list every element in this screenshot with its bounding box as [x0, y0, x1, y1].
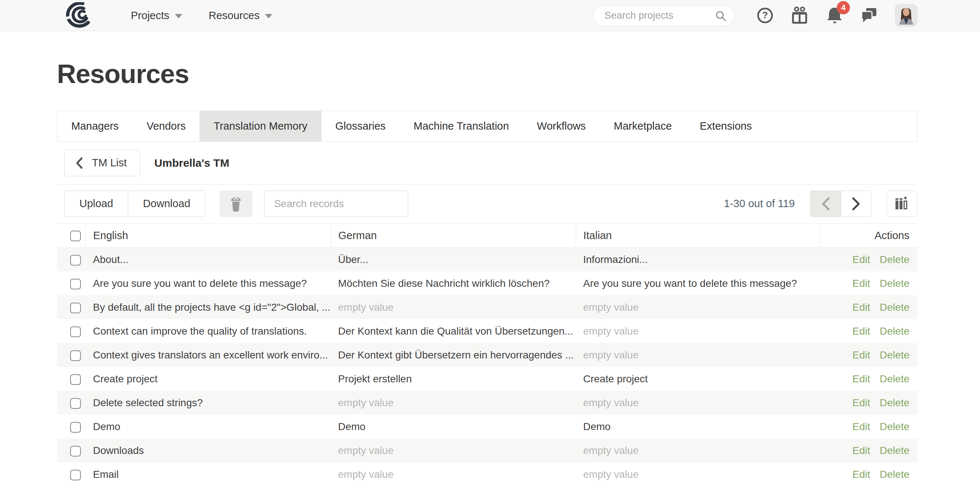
- english-cell: Demo: [93, 421, 121, 432]
- gift-icon: [791, 6, 809, 25]
- tab-workflows[interactable]: Workflows: [523, 111, 600, 141]
- italian-cell: empty value: [583, 397, 639, 408]
- chevron-down-icon: [175, 14, 182, 18]
- row-checkbox[interactable]: [70, 446, 81, 457]
- app-screen: Projects Resources ?: [0, 0, 980, 487]
- column-header-english: English: [86, 223, 331, 247]
- tab-bar: ManagersVendorsTranslation MemoryGlossar…: [57, 111, 918, 142]
- tm-list-back-button[interactable]: TM List: [64, 150, 140, 176]
- edit-link[interactable]: Edit: [853, 278, 870, 289]
- download-button[interactable]: Download: [128, 191, 205, 217]
- help-icon: ?: [757, 7, 773, 24]
- notification-badge: 4: [837, 1, 850, 14]
- avatar[interactable]: [895, 4, 918, 27]
- row-checkbox[interactable]: [70, 422, 81, 433]
- row-checkbox[interactable]: [70, 327, 81, 337]
- english-cell: Create project: [93, 373, 158, 384]
- add-column-icon: [894, 196, 910, 212]
- delete-link[interactable]: Delete: [880, 445, 910, 456]
- nav-resources[interactable]: Resources: [209, 10, 273, 22]
- chat-icon: [860, 7, 878, 24]
- table-row: Context can improve the quality of trans…: [57, 319, 918, 343]
- nav-resources-label: Resources: [209, 10, 260, 22]
- search-projects-input[interactable]: [604, 10, 712, 22]
- chevron-left-icon: [821, 197, 830, 211]
- edit-link[interactable]: Edit: [853, 349, 870, 361]
- tab-translation-memory[interactable]: Translation Memory: [199, 111, 321, 141]
- nav-projects[interactable]: Projects: [131, 10, 182, 22]
- row-checkbox[interactable]: [70, 279, 81, 289]
- logo-icon: [58, 2, 93, 29]
- avatar-image: [895, 4, 918, 27]
- column-header-actions: Actions: [820, 223, 918, 247]
- delete-link[interactable]: Delete: [880, 373, 910, 384]
- help-button[interactable]: ?: [757, 7, 773, 24]
- table-row: Are you sure you want to delete this mes…: [57, 271, 918, 295]
- upload-button[interactable]: Upload: [65, 191, 128, 217]
- notifications-button[interactable]: 4: [826, 6, 843, 25]
- gift-button[interactable]: [791, 6, 809, 25]
- english-cell: Downloads: [93, 445, 144, 456]
- tab-machine-translation[interactable]: Machine Translation: [400, 111, 523, 141]
- edit-link[interactable]: Edit: [853, 469, 870, 480]
- german-cell: Der Kontext kann die Qualität von Überse…: [338, 325, 573, 337]
- edit-link[interactable]: Edit: [853, 397, 870, 408]
- edit-link[interactable]: Edit: [853, 373, 870, 384]
- german-cell: Demo: [338, 421, 366, 432]
- italian-cell: Informazioni...: [583, 254, 648, 265]
- german-cell: Projekt erstellen: [338, 373, 412, 384]
- italian-cell: Are you sure you want to delete this mes…: [583, 278, 797, 289]
- table-row: Delete selected strings?empty valueempty…: [57, 391, 918, 415]
- tm-table: English German Italian Actions About...Ü…: [57, 223, 918, 487]
- edit-link[interactable]: Edit: [853, 325, 870, 337]
- page-title: Resources: [57, 57, 918, 92]
- row-checkbox[interactable]: [70, 398, 81, 409]
- chevron-right-icon: [851, 197, 861, 211]
- row-checkbox[interactable]: [70, 351, 81, 361]
- delete-link[interactable]: Delete: [880, 349, 910, 361]
- delete-link[interactable]: Delete: [880, 397, 910, 408]
- delete-link[interactable]: Delete: [880, 301, 910, 313]
- select-all-checkbox[interactable]: [70, 231, 81, 241]
- topbar: Projects Resources ?: [0, 0, 980, 31]
- next-page-button[interactable]: [841, 191, 871, 217]
- pagination-info: 1-30 out of 119: [724, 198, 795, 210]
- delete-link[interactable]: Delete: [880, 254, 910, 265]
- italian-cell: empty value: [583, 349, 639, 361]
- messages-button[interactable]: [860, 7, 878, 24]
- chevron-left-icon: [76, 157, 83, 169]
- delete-link[interactable]: Delete: [880, 325, 910, 337]
- tab-managers[interactable]: Managers: [57, 111, 133, 141]
- tab-marketplace[interactable]: Marketplace: [600, 111, 686, 141]
- search-records-input[interactable]: [264, 190, 408, 217]
- project-search: [593, 5, 735, 26]
- row-checkbox[interactable]: [70, 303, 81, 313]
- delete-link[interactable]: Delete: [880, 469, 910, 480]
- edit-link[interactable]: Edit: [853, 254, 870, 265]
- prev-page-button[interactable]: [811, 191, 841, 217]
- main-content: Resources ManagersVendorsTranslation Mem…: [0, 57, 980, 486]
- delete-link[interactable]: Delete: [880, 278, 910, 289]
- english-cell: Email: [93, 469, 119, 480]
- german-cell: empty value: [338, 397, 393, 408]
- column-header-italian: Italian: [576, 223, 820, 247]
- nav-projects-label: Projects: [131, 10, 169, 22]
- english-cell: By default, all the projects have <g id=…: [93, 301, 330, 313]
- edit-link[interactable]: Edit: [853, 421, 870, 432]
- tab-vendors[interactable]: Vendors: [133, 111, 199, 141]
- row-checkbox[interactable]: [70, 255, 81, 265]
- app-logo[interactable]: [58, 2, 93, 29]
- delete-link[interactable]: Delete: [880, 421, 910, 432]
- trash-icon: [229, 196, 243, 212]
- tab-glossaries[interactable]: Glossaries: [321, 111, 400, 141]
- tab-extensions[interactable]: Extensions: [686, 111, 766, 141]
- english-cell: About...: [93, 254, 129, 265]
- edit-link[interactable]: Edit: [853, 301, 870, 313]
- manage-columns-button[interactable]: [887, 190, 918, 217]
- edit-link[interactable]: Edit: [853, 445, 870, 456]
- italian-cell: Create project: [583, 373, 648, 384]
- row-checkbox[interactable]: [70, 470, 81, 481]
- delete-selected-button[interactable]: [220, 190, 253, 217]
- row-checkbox[interactable]: [70, 374, 81, 385]
- table-row: About...Über...Informazioni...EditDelete: [57, 247, 918, 271]
